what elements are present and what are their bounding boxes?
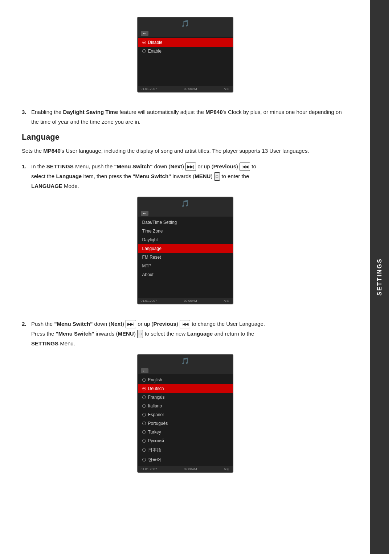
menu-label-turkey: Turkey	[148, 430, 161, 435]
menu-item-datetime[interactable]: Date/Time Setting	[138, 218, 233, 227]
footer-time-3: 09:00AM	[184, 467, 197, 471]
step-3-block: 3. Enabling the Daylight Saving Time fea…	[22, 107, 348, 127]
step2-next-label: Next	[111, 321, 123, 327]
step1-text-11: to enter the	[220, 173, 249, 179]
step1-prev-label: Previous	[213, 163, 236, 169]
step1-text-6: )	[236, 163, 240, 169]
menu-item-enable[interactable]: Enable	[138, 47, 233, 56]
menu-label-timezone: Time Zone	[142, 229, 163, 234]
prev-icon-2: |◀◀	[180, 320, 190, 329]
footer-icons-3: A ⊞	[224, 467, 229, 471]
device-icon-1: 🎵	[181, 20, 189, 28]
empty-2	[138, 61, 233, 67]
step2-text-10: to select the new	[143, 331, 187, 337]
step2-language: Language	[187, 331, 213, 337]
device-footer-3: 01.01.2007 09:00AM A ⊞	[138, 466, 233, 472]
back-button-3[interactable]: ←	[141, 368, 148, 373]
menu-item-korean[interactable]: 한국어	[138, 455, 233, 465]
menu-item-language[interactable]: Language	[138, 244, 233, 253]
menu-label-francais: Français	[148, 395, 165, 400]
device-icon-2: 🎵	[181, 200, 189, 208]
menu-item-mtp[interactable]: MTP	[138, 262, 233, 270]
menu-item-fmreset[interactable]: FM Reset	[138, 253, 233, 262]
step-3-num: 3.	[22, 107, 31, 127]
empty-4	[138, 73, 233, 79]
step1-text-2: Menu, push the	[74, 163, 114, 169]
menu-item-francais[interactable]: Français	[138, 393, 233, 402]
radio-russian	[142, 439, 146, 443]
menu-item-russian[interactable]: Русский	[138, 436, 233, 445]
step2-settings: SETTINGS	[31, 340, 58, 346]
step1-text-9: inwards (	[171, 173, 195, 179]
device-screen-2: 🎵 ← Date/Time Setting Time Zone Daylight	[137, 197, 233, 304]
step2-menu-switch-1: "Menu Switch"	[54, 321, 93, 327]
menu-label-english: English	[148, 377, 162, 382]
step2-menu-label: MENU	[118, 331, 134, 337]
menu-label-disable: Disable	[148, 40, 163, 45]
step1-text-10: )	[211, 173, 214, 179]
footer-date-3: 01.01.2007	[141, 467, 157, 471]
empty-5	[138, 79, 233, 85]
menu-item-japanese[interactable]: 日本語	[138, 445, 233, 455]
device-body-2: Date/Time Setting Time Zone Daylight Lan…	[138, 217, 233, 298]
step2-text-11: and return to the	[213, 331, 254, 337]
step2-text-8: inwards (	[94, 331, 118, 337]
menu-label-espanol: Español	[148, 412, 164, 417]
radio-francais	[142, 395, 146, 399]
device-screen-3: 🎵 ← English Deutsch Fra	[137, 354, 233, 473]
step1-menu-switch-2: "Menu Switch"	[132, 173, 171, 179]
step1-text-7: select the	[31, 173, 56, 179]
menu-label-italiano: Italiano	[148, 403, 162, 409]
page-container: 🎵 ← Disable Enable	[0, 0, 392, 554]
menu-label-fmreset: FM Reset	[142, 255, 161, 260]
back-button-2[interactable]: ←	[141, 211, 148, 216]
radio-espanol	[142, 413, 146, 416]
device-icon-3: 🎵	[181, 357, 189, 365]
step2-text-5: )	[176, 321, 180, 327]
menu-item-portugues[interactable]: Português	[138, 419, 233, 428]
prev-icon-1: |◀◀	[240, 163, 250, 171]
step1-text-8: item, then press the	[82, 173, 132, 179]
menu-label-deutsch: Deutsch	[148, 386, 164, 391]
step-3-text-pre: Enabling the	[31, 109, 63, 115]
menu-label-korean: 한국어	[148, 457, 161, 463]
menu-item-about[interactable]: About	[138, 270, 233, 279]
menu-item-deutsch[interactable]: Deutsch	[138, 384, 233, 393]
empty-8	[138, 291, 233, 296]
step-2-lang-content: Push the "Menu Switch" down (Next) ▶▶| o…	[31, 319, 348, 348]
menu-item-disable[interactable]: Disable	[138, 38, 233, 47]
device-header-1: 🎵	[138, 17, 233, 29]
menu-item-daylight[interactable]: Daylight	[138, 235, 233, 244]
radio-turkey	[142, 430, 146, 434]
radio-korean	[142, 458, 146, 461]
step-1-lang-num: 1.	[22, 161, 31, 191]
radio-disable	[142, 41, 146, 44]
next-icon-1: ▶▶|	[185, 163, 196, 171]
step1-next-label: Next	[171, 163, 183, 169]
main-content: 🎵 ← Disable Enable	[0, 0, 370, 554]
step2-text-9: )	[134, 331, 137, 337]
step-3-dst: Daylight Saving Time	[63, 109, 118, 115]
device-footer-2: 01.01.2007 09:00AM A ⊞	[138, 298, 233, 304]
menu-item-english[interactable]: English	[138, 376, 233, 384]
menu-label-datetime: Date/Time Setting	[142, 220, 177, 225]
menu-item-timezone[interactable]: Time Zone	[138, 227, 233, 235]
menu-item-italiano[interactable]: Italiano	[138, 402, 233, 410]
empty-6	[138, 279, 233, 285]
menu-item-turkey[interactable]: Turkey	[138, 428, 233, 436]
menu-label-russian: Русский	[148, 438, 164, 443]
step-3-text-mid: feature will automatically adjust the	[118, 109, 205, 115]
intro-pre: Sets the	[22, 148, 43, 154]
screen1-container: 🎵 ← Disable Enable	[22, 17, 348, 101]
menu-label-mtp: MTP	[142, 263, 151, 268]
empty-7	[138, 285, 233, 291]
next-icon-2: ▶▶|	[126, 320, 136, 329]
menu-label-daylight: Daylight	[142, 237, 158, 242]
step1-settings: SETTINGS	[46, 163, 74, 169]
device-footer-1: 01.01.2007 09:00AM A ⊞	[138, 86, 233, 92]
device-body-1: Disable Enable	[138, 37, 233, 86]
back-button-1[interactable]: ←	[141, 31, 148, 36]
menu-icon-1: □	[214, 172, 220, 181]
step2-text-12: Menu.	[58, 340, 75, 346]
menu-item-espanol[interactable]: Español	[138, 410, 233, 419]
